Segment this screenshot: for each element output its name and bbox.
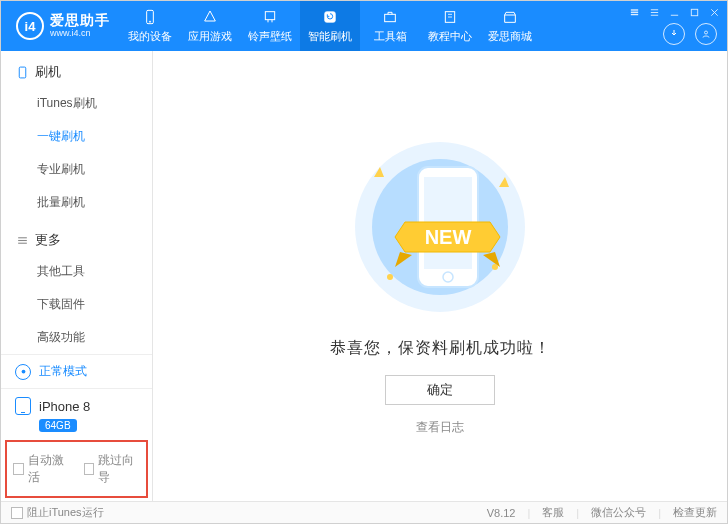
checkbox-block-itunes[interactable]: 阻止iTunes运行 (11, 505, 104, 520)
storage-badge: 64GB (39, 419, 77, 432)
nav-apps[interactable]: 应用游戏 (180, 1, 240, 51)
checkbox-label: 阻止iTunes运行 (27, 505, 104, 520)
svg-point-23 (21, 370, 25, 374)
refresh-icon (321, 8, 339, 26)
svg-rect-15 (691, 9, 697, 15)
device-icon (15, 397, 31, 415)
window-controls (627, 5, 721, 19)
app-header: i4 爱思助手 www.i4.cn 我的设备 应用游戏 铃声壁纸 智能刷机 工具… (1, 1, 727, 51)
flash-options-highlighted: 自动激活 跳过向导 (5, 440, 148, 498)
svg-rect-2 (265, 12, 274, 20)
sidebar-item-download-firmware[interactable]: 下载固件 (1, 288, 152, 321)
success-illustration: NEW (340, 127, 540, 320)
svg-rect-8 (630, 9, 637, 10)
statusbar-left: 阻止iTunes运行 (11, 505, 104, 520)
checkbox-icon (11, 507, 23, 519)
device-name: iPhone 8 (39, 399, 90, 414)
nav-label: 我的设备 (128, 29, 172, 44)
sidebar-item-advanced[interactable]: 高级功能 (1, 321, 152, 354)
checkbox-icon (13, 463, 24, 475)
separator: | (527, 507, 530, 519)
nav-ringtones[interactable]: 铃声壁纸 (240, 1, 300, 51)
new-badge-text: NEW (425, 226, 472, 248)
toolbox-icon (381, 8, 399, 26)
nav-label: 工具箱 (374, 29, 407, 44)
ok-button[interactable]: 确定 (385, 375, 495, 405)
book-icon (441, 8, 459, 26)
apps-icon (201, 8, 219, 26)
shop-icon (501, 8, 519, 26)
app-body: 刷机 iTunes刷机 一键刷机 专业刷机 批量刷机 更多 其他工具 下载固件 … (1, 51, 727, 501)
sidebar-item-itunes-flash[interactable]: iTunes刷机 (1, 87, 152, 120)
close-icon[interactable] (707, 5, 721, 19)
support-link[interactable]: 客服 (542, 505, 564, 520)
user-icon[interactable] (695, 23, 717, 45)
maximize-icon[interactable] (687, 5, 701, 19)
version-label: V8.12 (487, 507, 516, 519)
nav-toolbox[interactable]: 工具箱 (360, 1, 420, 51)
sidebar-bottom: 正常模式 iPhone 8 64GB 自动激活 跳过向导 (1, 354, 152, 504)
svg-rect-19 (19, 67, 26, 78)
sidebar-group-more[interactable]: 更多 (1, 219, 152, 255)
brand-text: 爱思助手 www.i4.cn (50, 13, 110, 38)
nav-label: 爱思商城 (488, 29, 532, 44)
music-icon (261, 8, 279, 26)
brand-title: 爱思助手 (50, 13, 110, 28)
svg-rect-10 (630, 13, 637, 14)
statusbar: 阻止iTunes运行 V8.12 | 客服 | 微信公众号 | 检查更新 (1, 501, 727, 523)
group-title: 更多 (35, 231, 61, 249)
sidebar-item-pro-flash[interactable]: 专业刷机 (1, 153, 152, 186)
header-right (663, 23, 717, 45)
success-message: 恭喜您，保资料刷机成功啦！ (330, 338, 551, 359)
separator: | (658, 507, 661, 519)
checkbox-label: 跳过向导 (98, 452, 140, 486)
check-update-link[interactable]: 检查更新 (673, 505, 717, 520)
sidebar-scroll: 刷机 iTunes刷机 一键刷机 专业刷机 批量刷机 更多 其他工具 下载固件 … (1, 51, 152, 354)
phone-outline-icon (15, 65, 29, 79)
phone-icon (141, 8, 159, 26)
svg-point-1 (149, 21, 150, 22)
nav-shop[interactable]: 爱思商城 (480, 1, 540, 51)
nav-tutorials[interactable]: 教程中心 (420, 1, 480, 51)
sidebar-item-batch-flash[interactable]: 批量刷机 (1, 186, 152, 219)
menu-icon[interactable] (647, 5, 661, 19)
menu-icon (15, 233, 29, 247)
checkbox-label: 自动激活 (28, 452, 70, 486)
svg-point-18 (705, 31, 708, 34)
statusbar-right: V8.12 | 客服 | 微信公众号 | 检查更新 (487, 505, 717, 520)
minimize-icon[interactable] (667, 5, 681, 19)
svg-rect-9 (630, 11, 637, 12)
mode-label: 正常模式 (39, 363, 87, 380)
brand-subtitle: www.i4.cn (50, 29, 110, 39)
group-title: 刷机 (35, 63, 61, 81)
checkbox-skip-guide[interactable]: 跳过向导 (84, 452, 141, 486)
wechat-link[interactable]: 微信公众号 (591, 505, 646, 520)
download-icon[interactable] (663, 23, 685, 45)
checkbox-auto-activate[interactable]: 自动激活 (13, 452, 70, 486)
brand-badge: i4 (16, 12, 44, 40)
view-log-link[interactable]: 查看日志 (416, 419, 464, 436)
svg-rect-4 (385, 14, 396, 21)
brand-logo: i4 爱思助手 www.i4.cn (1, 12, 120, 40)
sidebar-item-oneclick-flash[interactable]: 一键刷机 (1, 120, 152, 153)
sidebar: 刷机 iTunes刷机 一键刷机 专业刷机 批量刷机 更多 其他工具 下载固件 … (1, 51, 153, 501)
settings-icon[interactable] (627, 5, 641, 19)
nav-label: 智能刷机 (308, 29, 352, 44)
svg-point-29 (387, 274, 393, 280)
sidebar-group-flash[interactable]: 刷机 (1, 51, 152, 87)
top-nav: 我的设备 应用游戏 铃声壁纸 智能刷机 工具箱 教程中心 爱思商城 (120, 1, 540, 51)
separator: | (576, 507, 579, 519)
nav-label: 教程中心 (428, 29, 472, 44)
status-ok-icon (15, 364, 31, 380)
nav-flash[interactable]: 智能刷机 (300, 1, 360, 51)
checkbox-icon (84, 463, 95, 475)
nav-my-device[interactable]: 我的设备 (120, 1, 180, 51)
main-content: NEW 恭喜您，保资料刷机成功啦！ 确定 查看日志 (153, 51, 727, 501)
nav-label: 铃声壁纸 (248, 29, 292, 44)
sidebar-item-other-tools[interactable]: 其他工具 (1, 255, 152, 288)
device-row[interactable]: iPhone 8 (1, 389, 152, 417)
nav-label: 应用游戏 (188, 29, 232, 44)
device-mode-row[interactable]: 正常模式 (1, 355, 152, 389)
